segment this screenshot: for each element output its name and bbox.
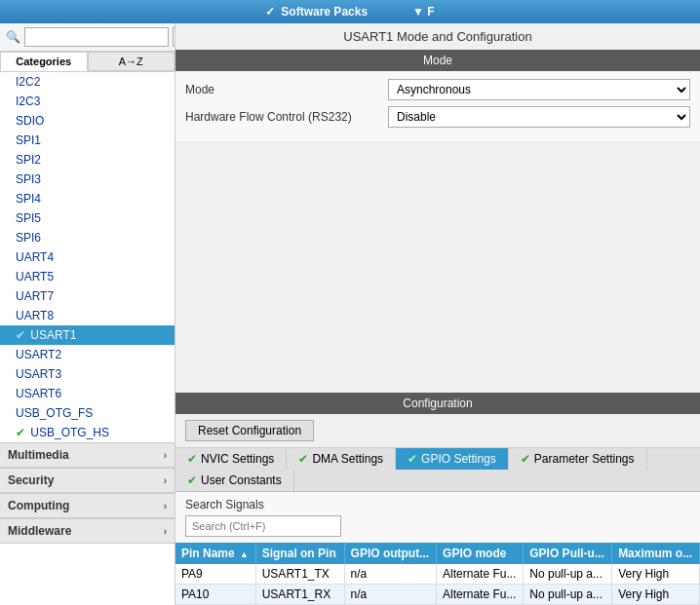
sidebar-item-usart1[interactable]: ✔ USART1 — [0, 325, 175, 345]
spacer — [175, 141, 700, 389]
nvic-check-icon: ✔ — [187, 452, 197, 466]
cell-signal-2: USART1_RX — [255, 585, 344, 605]
top-bar-right: ▼ F — [412, 5, 435, 19]
cell-gpio-mode-2: Alternate Fu... — [437, 585, 524, 605]
search-signals-label: Search Signals — [185, 498, 690, 511]
tab-categories[interactable]: Categories — [0, 52, 88, 71]
table-row: PA9 USART1_TX n/a Alternate Fu... No pul… — [175, 564, 700, 585]
sidebar-section-computing[interactable]: Computing › — [0, 493, 175, 518]
mode-label: Mode — [185, 83, 380, 96]
sidebar-item-spi1[interactable]: SPI1 — [0, 131, 175, 150]
config-section: Configuration Reset Configuration ✔ NVIC… — [175, 393, 700, 605]
sidebar-item-spi5[interactable]: SPI5 — [0, 208, 175, 228]
param-check-icon: ✔ — [521, 452, 530, 466]
search-input[interactable] — [24, 27, 169, 47]
tab-gpio[interactable]: ✔ GPIO Settings — [396, 448, 509, 470]
sidebar-item-uart8[interactable]: UART8 — [0, 306, 175, 325]
config-section-header: Configuration — [175, 393, 700, 414]
cell-pin-1: PA9 — [175, 564, 255, 585]
table-row: PA10 USART1_RX n/a Alternate Fu... No pu… — [175, 585, 700, 605]
computing-label: Computing — [8, 499, 69, 512]
cell-gpio-pull-1: No pull-up a... — [524, 564, 612, 585]
cell-signal-1: USART1_TX — [255, 564, 344, 585]
check-icon: ✔ — [16, 328, 25, 342]
security-arrow: › — [164, 475, 167, 486]
hw-flow-select[interactable]: Disable — [388, 106, 690, 128]
col-header-signal[interactable]: Signal on Pin — [255, 543, 344, 564]
sidebar-item-uart4[interactable]: UART4 — [0, 247, 175, 267]
user-check-icon: ✔ — [187, 473, 197, 487]
security-label: Security — [8, 473, 54, 487]
sidebar-item-spi2[interactable]: SPI2 — [0, 150, 175, 170]
cell-max-1: Very High — [612, 564, 700, 585]
sort-arrow-pin: ▲ — [240, 549, 249, 559]
tab-dma-label: DMA Settings — [312, 452, 383, 466]
reset-config-button[interactable]: Reset Configuration — [185, 420, 314, 441]
search-signals-input[interactable] — [185, 515, 341, 537]
tab-param[interactable]: ✔ Parameter Settings — [509, 448, 647, 470]
cell-pin-2: PA10 — [175, 585, 255, 605]
col-header-max[interactable]: Maximum o... — [612, 543, 700, 564]
sidebar-item-uart5[interactable]: UART5 — [0, 267, 175, 286]
top-bar-title: Software Packs — [281, 5, 368, 19]
sidebar-item-usb-otg-fs[interactable]: USB_OTG_FS — [0, 403, 175, 423]
col-header-gpio-mode[interactable]: GPIO mode — [437, 543, 524, 564]
sidebar-search-bar: 🔍 ▼ ⚙ — [0, 23, 175, 52]
middleware-arrow: › — [164, 526, 167, 537]
middleware-label: Middleware — [8, 524, 71, 538]
signals-table: Pin Name ▲ Signal on Pin GPIO output... … — [175, 543, 700, 605]
search-signals-area: Search Signals — [175, 492, 700, 543]
mode-section: Mode Asynchronous Hardware Flow Control … — [175, 71, 700, 141]
cell-gpio-out-2: n/a — [344, 585, 437, 605]
check-icon-green: ✔ — [16, 426, 25, 439]
sidebar-item-i2c2[interactable]: I2C2 — [0, 72, 175, 92]
tab-gpio-label: GPIO Settings — [421, 452, 496, 466]
mode-row: Mode Asynchronous — [185, 79, 690, 100]
search-icon: 🔍 — [6, 30, 20, 44]
col-header-gpio-out[interactable]: GPIO output... — [344, 543, 437, 564]
content-area: USART1 Mode and Configuration Mode Mode … — [175, 23, 700, 605]
computing-arrow: › — [164, 501, 167, 511]
tab-user[interactable]: ✔ User Constants — [175, 470, 294, 491]
tab-dma[interactable]: ✔ DMA Settings — [287, 448, 396, 470]
sidebar-item-spi4[interactable]: SPI4 — [0, 189, 175, 208]
top-bar: ✓ Software Packs ▼ F — [0, 0, 700, 23]
col-header-pin[interactable]: Pin Name ▲ — [175, 543, 255, 564]
sidebar-section-middleware[interactable]: Middleware › — [0, 518, 175, 544]
sidebar-section-security[interactable]: Security › — [0, 468, 175, 493]
sidebar-item-usb-otg-hs[interactable]: ✔ USB_OTG_HS — [0, 423, 175, 442]
cell-max-2: Very High — [612, 585, 700, 605]
mode-select[interactable]: Asynchronous — [388, 79, 690, 100]
col-header-gpio-pull[interactable]: GPIO Pull-u... — [524, 543, 612, 564]
tab-nvic[interactable]: ✔ NVIC Settings — [175, 448, 287, 470]
sidebar-item-spi3[interactable]: SPI3 — [0, 170, 175, 189]
cell-gpio-pull-2: No pull-up a... — [524, 585, 612, 605]
sidebar-item-uart7[interactable]: UART7 — [0, 286, 175, 306]
sidebar-item-usart6[interactable]: USART6 — [0, 384, 175, 403]
tab-az[interactable]: A→Z — [88, 52, 175, 71]
top-bar-chevron: ✓ — [265, 5, 275, 19]
gpio-check-icon: ✔ — [408, 452, 417, 466]
mode-section-header: Mode — [175, 50, 700, 71]
sidebar-tabs: Categories A→Z — [0, 52, 175, 72]
cell-gpio-out-1: n/a — [344, 564, 437, 585]
multimedia-label: Multimedia — [8, 448, 69, 462]
sidebar-item-i2c3[interactable]: I2C3 — [0, 92, 175, 111]
config-toolbar: Reset Configuration — [175, 414, 700, 448]
sidebar-list: I2C2 I2C3 SDIO SPI1 SPI2 SPI3 SPI4 SPI5 … — [0, 72, 175, 605]
tab-user-label: User Constants — [201, 473, 282, 487]
sidebar-section-multimedia[interactable]: Multimedia › — [0, 442, 175, 468]
tab-nvic-label: NVIC Settings — [201, 452, 274, 466]
multimedia-arrow: › — [164, 450, 167, 461]
cell-gpio-mode-1: Alternate Fu... — [437, 564, 524, 585]
sidebar-item-sdio[interactable]: SDIO — [0, 111, 175, 131]
sidebar: 🔍 ▼ ⚙ Categories A→Z I2C2 I2C3 SDIO SPI1… — [0, 23, 175, 605]
sidebar-item-usart2[interactable]: USART2 — [0, 345, 175, 364]
hw-flow-label: Hardware Flow Control (RS232) — [185, 110, 380, 124]
sidebar-item-spi6[interactable]: SPI6 — [0, 228, 175, 247]
content-title: USART1 Mode and Configuration — [175, 23, 700, 50]
hw-flow-row: Hardware Flow Control (RS232) Disable — [185, 106, 690, 128]
tab-param-label: Parameter Settings — [534, 452, 635, 466]
dma-check-icon: ✔ — [298, 452, 308, 466]
sidebar-item-usart3[interactable]: USART3 — [0, 364, 175, 384]
